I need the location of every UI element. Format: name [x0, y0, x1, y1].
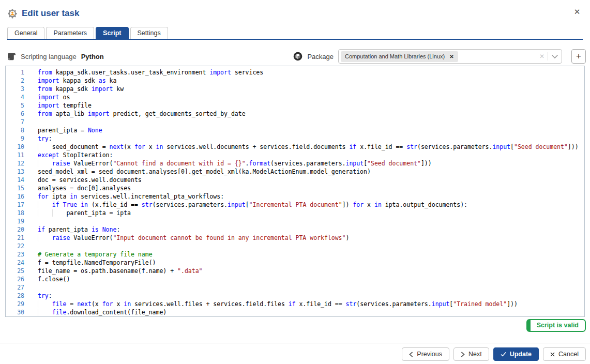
code-text[interactable] [38, 217, 41, 225]
code-text[interactable] [38, 118, 41, 126]
code-text[interactable]: parent_ipta = None [38, 126, 102, 134]
code-line: 3from kappa_sdk import kw [6, 85, 584, 93]
update-button-label: Update [510, 351, 532, 358]
x-icon [550, 352, 555, 357]
code-text[interactable]: try: [38, 134, 52, 143]
code-line: 4import os [6, 93, 584, 101]
tab-underline [7, 39, 583, 40]
code-text[interactable]: file = next(x for x in services.well.fil… [38, 300, 518, 308]
code-text[interactable]: except StopIteration: [38, 151, 113, 159]
line-number: 22 [6, 242, 24, 250]
code-text[interactable]: from kappa_sdk.user_tasks.user_task_envi… [38, 68, 263, 77]
close-button[interactable]: ✕ [571, 6, 583, 18]
status-row: Script is valid [5, 319, 586, 332]
tab-general[interactable]: General [7, 27, 44, 39]
code-line: 1from kappa_sdk.user_tasks.user_task_env… [6, 68, 584, 77]
package-select[interactable]: Computation and Math Libraries (Linux) ✕… [338, 49, 562, 64]
add-package-button[interactable]: + [571, 49, 586, 64]
previous-button[interactable]: Previous [402, 347, 449, 361]
line-number: 8 [6, 126, 24, 134]
code-text[interactable]: raise ValueError("Input document cannot … [38, 234, 349, 242]
code-text[interactable]: if parent_ipta is None: [38, 225, 120, 234]
tab-settings[interactable]: Settings [130, 27, 168, 39]
package-icon [293, 52, 302, 61]
line-number: 29 [6, 300, 24, 308]
code-text[interactable]: file.download_content(file_name) [38, 308, 167, 316]
line-number: 24 [6, 259, 24, 267]
code-text[interactable]: from apta_lib import predict, get_docume… [38, 110, 246, 118]
code-text[interactable] [38, 242, 41, 250]
code-text[interactable]: import os [38, 93, 70, 101]
code-line: 18 parent_ipta = ipta [6, 209, 584, 217]
code-text[interactable]: analyses = doc[0].analyses [38, 184, 131, 192]
code-line: 23# Generate a temporary file name [6, 250, 584, 259]
line-number: 30 [6, 308, 24, 316]
code-text[interactable]: f.close() [38, 275, 70, 283]
code-line: 9try: [6, 134, 584, 143]
code-line: 24f = tempfile.NamedTemporaryFile() [6, 259, 584, 267]
code-line: 6from apta_lib import predict, get_docum… [6, 110, 584, 118]
next-button[interactable]: Next [453, 347, 489, 361]
line-number: 27 [6, 283, 24, 292]
dialog-title: Edit user task [22, 8, 80, 19]
tab-parameters[interactable]: Parameters [46, 27, 94, 39]
line-number: 19 [6, 217, 24, 225]
code-text[interactable]: raise ValueError("Cannot find a document… [38, 159, 432, 168]
code-line: 28try: [6, 292, 584, 300]
chevron-right-icon [461, 352, 465, 357]
code-line: 27 [6, 283, 584, 292]
code-line: 12 raise ValueError("Cannot find a docum… [6, 159, 584, 168]
code-line: 16for ipta in services.well.incremental_… [6, 192, 584, 201]
line-number: 9 [6, 134, 24, 143]
code-line: 20if parent_ipta is None: [6, 225, 584, 234]
code-text[interactable]: import tempfile [38, 101, 92, 110]
code-text[interactable]: seed_model_xml = seed_document.analyses[… [38, 168, 371, 176]
line-number: 28 [6, 292, 24, 300]
code-text[interactable]: doc = services.well.documents [38, 176, 142, 184]
code-text[interactable]: for ipta in services.well.incremental_pt… [38, 192, 224, 201]
code-text[interactable]: file_name = os.path.basename(f.name) + "… [38, 267, 203, 275]
code-text[interactable] [38, 283, 41, 292]
code-lines: 1from kappa_sdk.user_tasks.user_task_env… [6, 68, 584, 316]
line-number: 16 [6, 192, 24, 201]
line-number: 20 [6, 225, 24, 234]
code-line: 19 [6, 217, 584, 225]
code-text[interactable]: try: [38, 292, 52, 300]
script-toolbar: Scripting language Python Package Comput… [7, 49, 586, 64]
chevron-down-icon[interactable] [551, 54, 558, 59]
code-text[interactable]: seed_document = next(x for x in services… [38, 143, 579, 151]
package-group: Package Computation and Math Libraries (… [293, 49, 586, 64]
code-line: 11except StopIteration: [6, 151, 584, 159]
code-text[interactable]: if True in (x.file_id == str(services.pa… [38, 201, 467, 209]
select-clear-icon[interactable]: ✕ [539, 53, 544, 60]
code-text[interactable]: # Generate a temporary file name [38, 250, 153, 259]
scripting-language-label: Scripting language [21, 53, 77, 60]
scripting-language-value: Python [81, 53, 104, 60]
line-number: 12 [6, 159, 24, 168]
line-number: 18 [6, 209, 24, 217]
code-text[interactable]: import kappa_sdk as ka [38, 77, 116, 85]
line-number: 7 [6, 118, 24, 126]
line-number: 14 [6, 176, 24, 184]
code-line: 29 file = next(x for x in services.well.… [6, 300, 584, 308]
code-line: 5import tempfile [6, 101, 584, 110]
line-number: 23 [6, 250, 24, 259]
tab-script[interactable]: Script [96, 27, 128, 39]
code-text[interactable]: f = tempfile.NamedTemporaryFile() [38, 259, 156, 267]
line-number: 5 [6, 101, 24, 110]
code-editor[interactable]: 1from kappa_sdk.user_tasks.user_task_env… [5, 66, 585, 317]
cancel-button[interactable]: Cancel [543, 347, 586, 361]
code-text[interactable]: from kappa_sdk import kw [38, 85, 124, 93]
user-task-gear-icon [7, 8, 18, 19]
line-number: 21 [6, 234, 24, 242]
line-number: 17 [6, 201, 24, 209]
code-text[interactable]: parent_ipta = ipta [38, 209, 131, 217]
line-number: 15 [6, 184, 24, 192]
select-controls: ✕ [539, 52, 558, 60]
code-line: 13seed_model_xml = seed_document.analyse… [6, 168, 584, 176]
check-icon [501, 352, 506, 357]
line-number: 3 [6, 85, 24, 93]
update-button[interactable]: Update [493, 347, 539, 361]
chip-remove-icon[interactable]: ✕ [449, 54, 453, 59]
select-divider [548, 52, 548, 60]
